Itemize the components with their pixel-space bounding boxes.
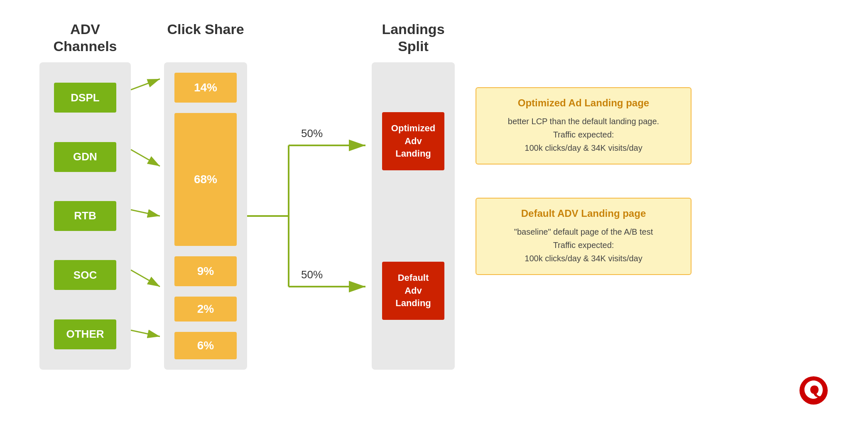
click-box-9: 9% bbox=[174, 256, 237, 286]
info-card-default-title: Default ADV Landing page bbox=[488, 208, 679, 219]
vodafone-logo bbox=[799, 376, 829, 407]
channel-arrows-svg bbox=[131, 62, 164, 370]
svg-line-4 bbox=[131, 270, 160, 287]
main-container: ADV Channels Click Share Landings Split … bbox=[0, 0, 868, 432]
channel-box-soc: SOC bbox=[54, 260, 116, 290]
click-share-column: 14% 68% 9% 2% 6% bbox=[164, 62, 247, 370]
svg-text:50%: 50% bbox=[301, 127, 323, 140]
channel-box-rtb: RTB bbox=[54, 201, 116, 231]
info-cards-section: Optimized Ad Landing page better LCP tha… bbox=[476, 87, 691, 275]
split-arrows-svg: 50% 50% bbox=[247, 62, 372, 370]
svg-line-1 bbox=[131, 79, 160, 90]
click-box-2: 2% bbox=[174, 297, 237, 322]
click-share-header: Click Share bbox=[164, 21, 247, 55]
svg-line-3 bbox=[131, 210, 160, 216]
info-card-optimized-body: better LCP than the default landing page… bbox=[488, 115, 679, 155]
info-card-optimized: Optimized Ad Landing page better LCP tha… bbox=[476, 87, 691, 164]
landings-split-column: OptimizedAdvLanding DefaultAdvLanding bbox=[372, 62, 455, 370]
svg-line-5 bbox=[131, 330, 160, 336]
channel-box-gdn: GDN bbox=[54, 142, 116, 172]
channel-box-other: OTHER bbox=[54, 319, 116, 349]
svg-line-2 bbox=[131, 150, 160, 166]
info-card-optimized-title: Optimized Ad Landing page bbox=[488, 97, 679, 109]
click-box-68: 68% bbox=[174, 113, 237, 246]
adv-channels-column: DSPL GDN RTB SOC OTHER bbox=[39, 62, 131, 370]
channel-box-dspl: DSPL bbox=[54, 83, 116, 113]
click-box-14: 14% bbox=[174, 73, 237, 103]
landings-split-header: Landings Split bbox=[372, 21, 455, 55]
info-card-default: Default ADV Landing page "baseline" defa… bbox=[476, 198, 691, 275]
svg-text:50%: 50% bbox=[301, 268, 323, 281]
landing-box-optimized: OptimizedAdvLanding bbox=[382, 112, 444, 170]
info-card-default-body: "baseline" default page of the A/B testT… bbox=[488, 225, 679, 265]
adv-channels-header: ADV Channels bbox=[39, 21, 131, 55]
click-box-6: 6% bbox=[174, 332, 237, 359]
landing-box-default: DefaultAdvLanding bbox=[382, 262, 444, 320]
